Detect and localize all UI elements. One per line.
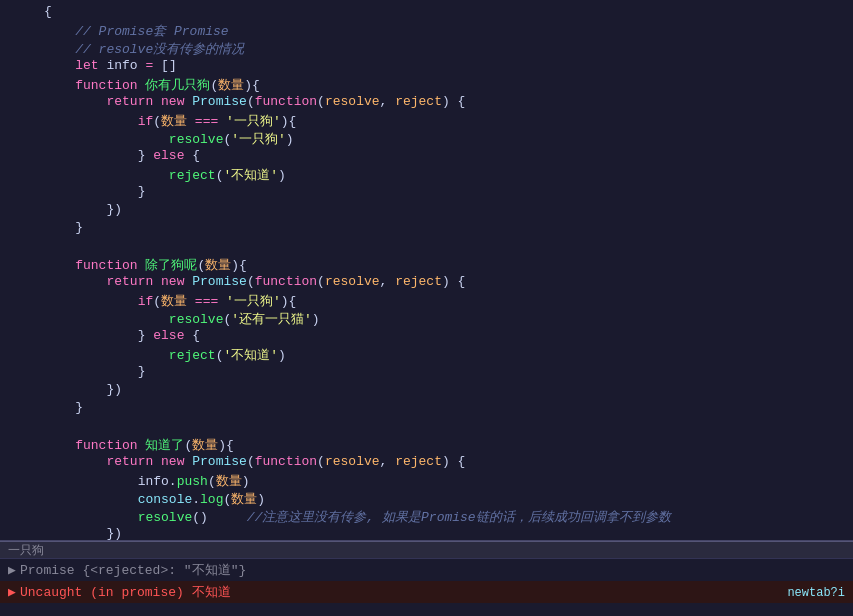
code-line-21: } xyxy=(0,364,853,382)
code-line-20: reject('不知道') xyxy=(0,346,853,364)
code-line-23: } xyxy=(0,400,853,418)
code-line-27: info.push(数量) xyxy=(0,472,853,490)
code-line-28: console.log(数量) xyxy=(0,490,853,508)
code-line-7: if(数量 === '一只狗'){ xyxy=(0,112,853,130)
code-line-11: } xyxy=(0,184,853,202)
code-editor[interactable]: { // Promise套 Promise // resolve没有传参的情况 … xyxy=(0,0,853,540)
code-line-12: }) xyxy=(0,202,853,220)
console-promise-text: Promise {<rejected>: "不知道"} xyxy=(20,561,246,579)
console-output-divider: 一只狗 xyxy=(0,541,853,559)
code-line-18: resolve('还有一只猫') xyxy=(0,310,853,328)
code-line-14 xyxy=(0,238,853,256)
collapse-promise-icon[interactable]: ▶ xyxy=(8,562,18,578)
console-error-text: Uncaught (in promise) 不知道 xyxy=(20,583,231,601)
code-line-13: } xyxy=(0,220,853,238)
code-line-15: function 除了狗呢(数量){ xyxy=(0,256,853,274)
code-line-30: }) xyxy=(0,526,853,540)
console-error-link[interactable]: newtab?i xyxy=(787,586,845,600)
code-line-19: } else { xyxy=(0,328,853,346)
code-line-5: function 你有几只狗(数量){ xyxy=(0,76,853,94)
code-line-10: reject('不知道') xyxy=(0,166,853,184)
console-error-line[interactable]: ▶ Uncaught (in promise) 不知道 newtab?i xyxy=(0,581,853,603)
code-line-3: // resolve没有传参的情况 xyxy=(0,40,853,58)
console-first-output: 一只狗 xyxy=(8,542,44,559)
collapse-error-icon[interactable]: ▶ xyxy=(8,584,18,600)
code-line-26: return new Promise(function(resolve, rej… xyxy=(0,454,853,472)
code-line-8: resolve('一只狗') xyxy=(0,130,853,148)
code-line-4: let info = [] xyxy=(0,58,853,76)
console-promise-line[interactable]: ▶ Promise {<rejected>: "不知道"} xyxy=(0,559,853,581)
code-line-24 xyxy=(0,418,853,436)
code-line-16: return new Promise(function(resolve, rej… xyxy=(0,274,853,292)
code-line-17: if(数量 === '一只狗'){ xyxy=(0,292,853,310)
code-line-29: resolve() //注意这里没有传参, 如果是Promise链的话，后续成功… xyxy=(0,508,853,526)
code-line-22: }) xyxy=(0,382,853,400)
code-line-9: } else { xyxy=(0,148,853,166)
console-panel: 一只狗 ▶ Promise {<rejected>: "不知道"} ▶ Unca… xyxy=(0,540,853,616)
code-line-25: function 知道了(数量){ xyxy=(0,436,853,454)
code-line-2: // Promise套 Promise xyxy=(0,22,853,40)
editor-container: { // Promise套 Promise // resolve没有传参的情况 … xyxy=(0,0,853,616)
code-line-1: { xyxy=(0,4,853,22)
code-line-6: return new Promise(function(resolve, rej… xyxy=(0,94,853,112)
